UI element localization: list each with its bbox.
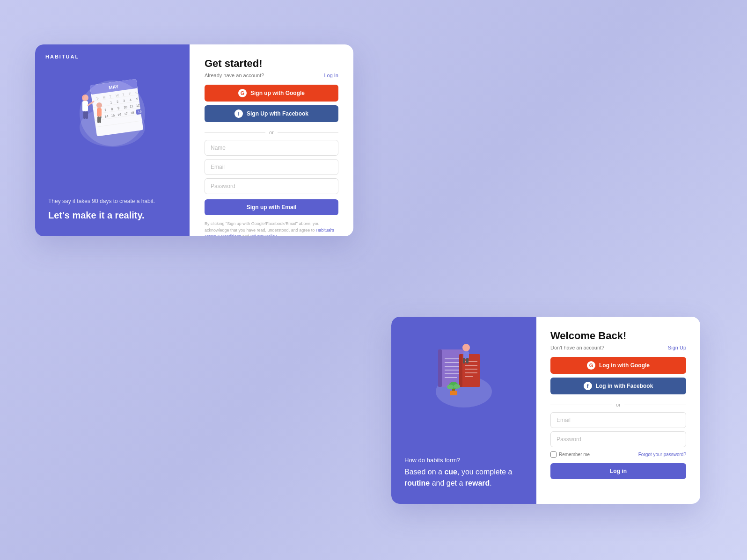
signup-facebook-button[interactable]: f Sign Up with Facebook	[205, 105, 338, 122]
svg-point-67	[447, 385, 454, 389]
forgot-password-link[interactable]: Forgot your password?	[638, 452, 686, 457]
book-illustration	[424, 331, 504, 410]
terms-text: By clicking "Sign up with Google/Faceboo…	[205, 221, 338, 236]
login-card: How do habits form? Based on a cue, you …	[391, 317, 700, 504]
login-link[interactable]: Log In	[324, 73, 338, 78]
svg-rect-69	[450, 391, 457, 395]
signup-google-button[interactable]: G Sign up with Google	[205, 85, 338, 102]
divider: or	[205, 130, 338, 135]
cue-word: cue	[444, 468, 457, 476]
habits-big: Based on a cue, you complete a routine a…	[404, 466, 523, 489]
facebook-icon-login: f	[584, 382, 592, 390]
remember-label[interactable]: Remember me	[550, 451, 590, 458]
login-account-row: Don't have an account? Sign Up	[550, 345, 686, 350]
login-facebook-button[interactable]: f Log in with Facebook	[550, 378, 686, 394]
email-input[interactable]	[205, 159, 338, 175]
svg-point-61	[462, 344, 470, 351]
remember-checkbox[interactable]	[550, 451, 557, 458]
login-email-input[interactable]	[550, 412, 686, 428]
svg-point-68	[454, 384, 460, 389]
tagline-small: They say it takes 90 days to create a ha…	[48, 197, 176, 205]
login-button[interactable]: Log in	[550, 463, 686, 479]
account-question: Already have an account?	[205, 73, 264, 78]
facebook-icon: f	[234, 109, 243, 118]
google-icon-login: G	[587, 361, 595, 370]
signup-email-button[interactable]: Sign up with Email	[205, 199, 338, 215]
svg-rect-63	[463, 358, 465, 364]
login-right-panel: Welcome Back! Don't have an account? Sig…	[536, 317, 700, 504]
svg-rect-62	[463, 351, 469, 359]
account-row: Already have an account? Log In	[205, 73, 338, 78]
login-title: Welcome Back!	[550, 330, 686, 342]
signup-card: HABITUAL MAY	[35, 44, 353, 236]
no-account-question: Don't have an account?	[550, 345, 604, 350]
privacy-link[interactable]: Privacy Policy	[250, 234, 276, 236]
svg-rect-55	[459, 354, 462, 387]
login-divider: or	[550, 402, 686, 407]
signup-link[interactable]: Sign Up	[668, 345, 686, 350]
google-icon: G	[238, 89, 247, 97]
name-input[interactable]	[205, 140, 338, 156]
tagline-big: Let's make it a reality.	[48, 209, 176, 221]
login-left-panel: How do habits form? Based on a cue, you …	[391, 317, 536, 504]
signup-title: Get started!	[205, 58, 338, 70]
svg-rect-47	[438, 349, 442, 387]
login-google-button[interactable]: G Log in with Google	[550, 357, 686, 374]
signup-left-panel: HABITUAL MAY	[35, 44, 190, 236]
svg-rect-64	[466, 358, 469, 364]
signup-right-panel: Get started! Already have an account? Lo…	[190, 44, 353, 236]
remember-row: Remember me Forgot your password?	[550, 451, 686, 458]
habits-title: How do habits form?	[404, 457, 523, 464]
routine-word: routine	[404, 479, 430, 487]
reward-word: reward	[465, 479, 490, 487]
password-input[interactable]	[205, 178, 338, 194]
logo: HABITUAL	[45, 54, 79, 59]
login-password-input[interactable]	[550, 431, 686, 447]
calendar-illustration: MAY S M T W T F S 1 2	[70, 64, 154, 151]
